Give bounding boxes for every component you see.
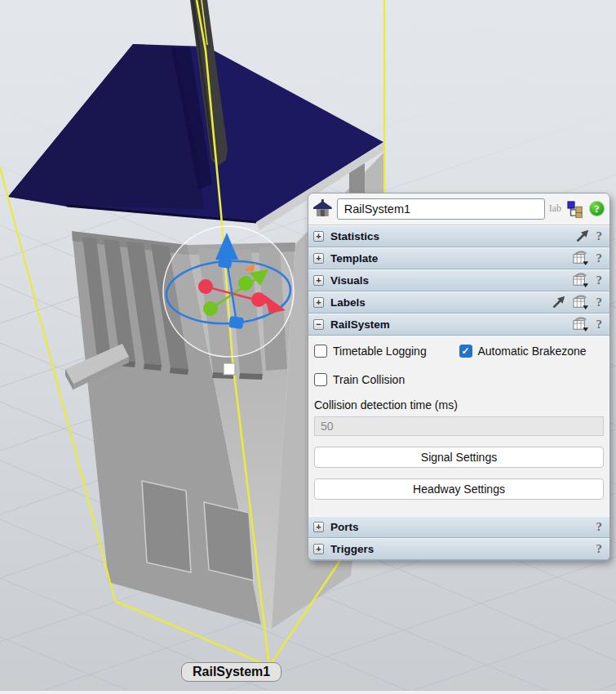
- collision-time-label: Collision detection time (ms): [314, 398, 604, 412]
- section-label: Statistics: [330, 230, 379, 242]
- section-statistics[interactable]: + Statistics ?: [308, 225, 609, 247]
- collision-time-input[interactable]: [314, 416, 604, 436]
- table-menu-icon[interactable]: [573, 294, 590, 310]
- section-help-icon[interactable]: ?: [596, 229, 605, 243]
- expand-icon[interactable]: +: [313, 231, 324, 242]
- automatic-brakezone-checkbox[interactable]: ✓: [459, 345, 472, 358]
- section-label: Triggers: [330, 543, 374, 555]
- pin-labels-icon[interactable]: [550, 294, 566, 310]
- section-label: Template: [330, 252, 378, 265]
- section-template[interactable]: + Template ?: [308, 247, 609, 269]
- transform-gizmo[interactable]: [163, 226, 294, 357]
- table-menu-icon[interactable]: [573, 272, 590, 288]
- gizmo-z-handle-bottom[interactable]: [228, 316, 244, 329]
- help-icon[interactable]: ?: [589, 201, 605, 216]
- section-help-icon[interactable]: ?: [596, 274, 605, 287]
- section-ports[interactable]: + Ports ?: [308, 516, 609, 538]
- section-help-icon[interactable]: ?: [596, 296, 605, 309]
- resize-handle[interactable]: [224, 363, 235, 375]
- object-name-tag: RailSystem1: [181, 662, 281, 682]
- collapse-icon[interactable]: −: [313, 319, 324, 330]
- section-railsystem[interactable]: − RailSystem ?: [308, 314, 609, 336]
- object-type-house-icon: [312, 199, 333, 219]
- viewport-bottom-edge: [0, 690, 616, 694]
- signal-settings-button[interactable]: Signal Settings: [314, 447, 604, 468]
- expand-icon[interactable]: +: [313, 253, 324, 264]
- section-label: Visuals: [330, 274, 369, 287]
- section-visuals[interactable]: + Visuals ?: [308, 269, 609, 291]
- object-name-input[interactable]: [337, 198, 545, 220]
- timetable-logging-label: Timetable Logging: [333, 345, 427, 358]
- header-icon-cluster: Iab ?: [549, 200, 605, 218]
- table-menu-icon[interactable]: [573, 250, 590, 266]
- section-triggers[interactable]: + Triggers ?: [308, 538, 609, 560]
- properties-panel: Iab ? + Statistics ? +: [308, 193, 610, 561]
- tree-view-icon[interactable]: [567, 200, 583, 218]
- railsystem-section-body: Timetable Logging ✓ Automatic Brakezone …: [308, 336, 609, 517]
- rename-icon[interactable]: Iab: [549, 202, 561, 215]
- train-collision-checkbox[interactable]: [314, 373, 327, 386]
- section-label: Labels: [330, 296, 366, 309]
- section-label: RailSystem: [330, 318, 390, 331]
- headway-settings-button[interactable]: Headway Settings: [314, 478, 604, 500]
- 3d-viewport[interactable]: Iab ? + Statistics ? +: [0, 0, 616, 694]
- section-help-icon[interactable]: ?: [596, 251, 605, 265]
- panel-header: Iab ?: [308, 194, 609, 225]
- table-menu-icon[interactable]: [573, 316, 590, 332]
- section-help-icon[interactable]: ?: [596, 542, 605, 556]
- pin-statistics-icon[interactable]: [574, 228, 590, 244]
- automatic-brakezone-label: Automatic Brakezone: [478, 345, 587, 358]
- train-collision-label: Train Collision: [333, 373, 405, 386]
- gizmo-z-handle-top[interactable]: [218, 256, 233, 269]
- section-labels[interactable]: + Labels ?: [308, 291, 609, 314]
- expand-icon[interactable]: +: [313, 275, 324, 286]
- section-help-icon[interactable]: ?: [596, 520, 605, 534]
- section-help-icon[interactable]: ?: [596, 318, 605, 331]
- expand-icon[interactable]: +: [313, 544, 324, 554]
- expand-icon[interactable]: +: [313, 297, 324, 308]
- section-label: Ports: [330, 521, 359, 533]
- expand-icon[interactable]: +: [313, 522, 324, 532]
- timetable-logging-checkbox[interactable]: [314, 345, 327, 358]
